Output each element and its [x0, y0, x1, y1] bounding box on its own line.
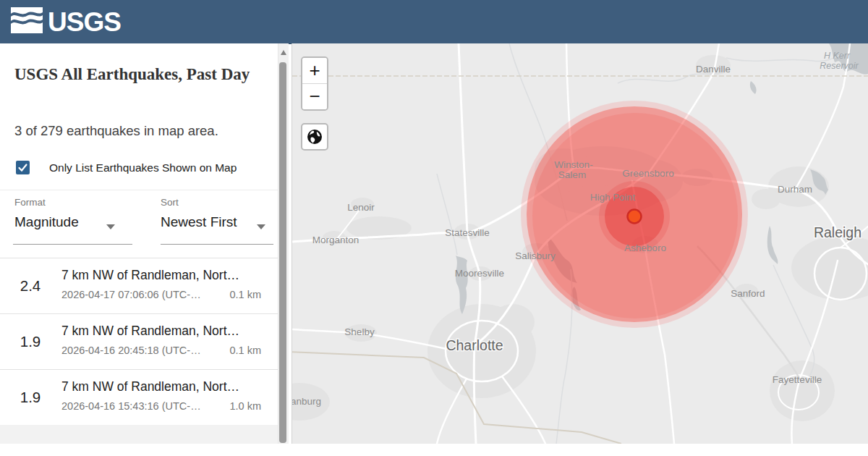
map-label-high-point: High Point: [590, 192, 636, 203]
sort-value: Newest First: [161, 214, 237, 230]
map-label-h-kerr: H Kerr: [824, 51, 851, 61]
chevron-down-icon[interactable]: [106, 224, 115, 229]
map-label-statesville: Statesville: [445, 227, 490, 238]
epicenter-marker[interactable]: [628, 210, 642, 224]
format-label: Format: [14, 197, 79, 208]
earthquake-title: 7 km NW of Randleman, Nort…: [61, 379, 267, 394]
map-label-lenoir: Lenoir: [347, 202, 375, 213]
section-divider: [0, 190, 278, 190]
magnitude-value: 2.4: [0, 277, 61, 295]
sidebar-scrollbar-thumb[interactable]: [279, 62, 286, 443]
earthquake-list-item[interactable]: 1.97 km NW of Randleman, Nort…2026-04-16…: [0, 370, 278, 426]
earthquake-time: 2026-04-17 07:06:06 (UTC-…: [61, 289, 201, 300]
map-label-durham: Durham: [778, 184, 812, 195]
only-list-shown-checkbox[interactable]: [16, 161, 30, 174]
map-label-charlotte: Charlotte: [446, 337, 503, 353]
map-label-raleigh: Raleigh: [814, 224, 861, 240]
map-zoom-control: + −: [301, 56, 328, 111]
map-canvas: DanvilleH KerrReservoirWinston-SalemGree…: [292, 43, 868, 444]
map-label-mooresville: Mooresville: [455, 268, 504, 279]
usgs-logo[interactable]: USGS: [10, 7, 121, 37]
earthquake-title: 7 km NW of Randleman, Nort…: [61, 324, 267, 339]
chevron-down-icon[interactable]: [257, 224, 265, 229]
magnitude-value: 1.9: [0, 333, 61, 350]
list-end-spacer: [0, 425, 278, 444]
sort-select[interactable]: Sort Newest First: [161, 197, 237, 230]
magnitude-value: 1.9: [0, 389, 61, 406]
format-value: Magnitude: [14, 214, 79, 230]
earthquake-list-item[interactable]: 2.47 km NW of Randleman, Nort…2026-04-17…: [0, 258, 278, 314]
format-select[interactable]: Format Magnitude: [14, 197, 79, 230]
zoom-in-button[interactable]: +: [302, 58, 327, 84]
brand-text: USGS: [48, 9, 121, 35]
usgs-wave-icon: [10, 7, 43, 37]
map-label-shelby: Shelby: [344, 326, 375, 337]
map-label-fayetteville: Fayetteville: [773, 374, 822, 385]
earthquake-depth: 1.0 km: [229, 400, 261, 412]
earthquake-time: 2026-04-16 20:45:18 (UTC-…: [61, 345, 201, 356]
sort-label: Sort: [161, 197, 237, 208]
earthquake-depth: 0.1 km: [229, 345, 261, 356]
map-label-greensboro: Greensboro: [622, 168, 673, 179]
checkbox-label: Only List Earthquakes Shown on Map: [49, 161, 237, 174]
earthquake-list-item[interactable]: 1.97 km NW of Randleman, Nort…2026-04-16…: [0, 314, 278, 370]
usgs-earthquakes-page: USGS USGS All Earthquakes, Past Day 3 of…: [0, 0, 868, 456]
sort-underline: [161, 244, 273, 245]
scrollbar-up-arrow-icon[interactable]: [281, 50, 286, 55]
map-label-morganton: Morganton: [312, 235, 359, 245]
earthquake-depth: 0.1 km: [229, 289, 261, 300]
earthquake-map[interactable]: DanvilleH KerrReservoirWinston-SalemGree…: [292, 43, 868, 444]
map-label-danville: Danville: [696, 64, 731, 75]
page-title: USGS All Earthquakes, Past Day: [14, 62, 257, 87]
checkmark-icon: [17, 162, 28, 173]
earthquake-list: 2.47 km NW of Randleman, Nort…2026-04-17…: [0, 258, 278, 426]
map-label-reservoir: Reservoir: [820, 61, 859, 71]
header-bar: USGS: [0, 0, 868, 44]
earthquake-title: 7 km NW of Randleman, Nort…: [61, 268, 267, 283]
earthquake-sidebar: USGS All Earthquakes, Past Day 3 of 279 …: [0, 43, 278, 444]
map-label-anburg: anburg: [292, 396, 321, 407]
earthquake-time: 2026-04-16 15:43:16 (UTC-…: [61, 400, 201, 412]
map-label-salisbury: Salisbury: [515, 250, 556, 261]
zoom-out-button[interactable]: −: [302, 84, 327, 109]
globe-view-button[interactable]: [301, 123, 328, 151]
map-label-salem: Salem: [558, 169, 586, 180]
map-label-winston-: Winston-: [554, 159, 592, 170]
format-underline: [13, 244, 132, 245]
map-label-asheboro: Asheboro: [624, 242, 666, 253]
map-label-sanford: Sanford: [731, 288, 765, 299]
earthquake-count-text: 3 of 279 earthquakes in map area.: [14, 123, 218, 139]
globe-icon: [307, 129, 323, 145]
